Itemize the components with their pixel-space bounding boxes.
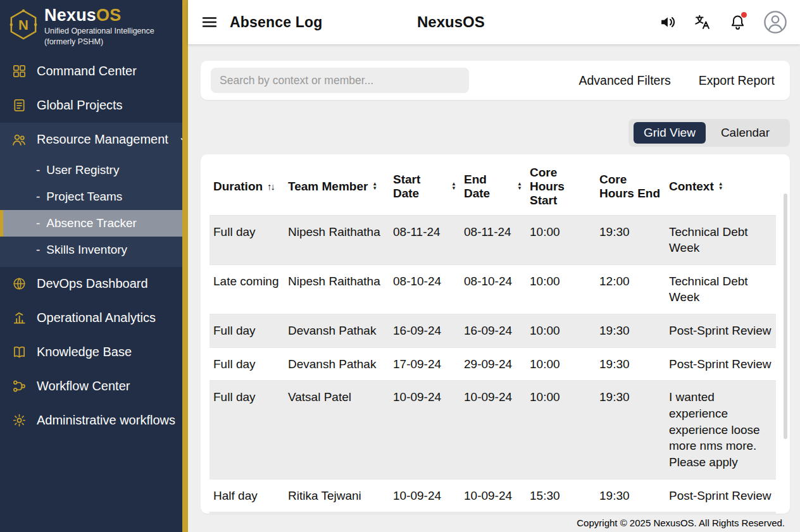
notification-bell-icon[interactable] [728,13,746,31]
volume-icon[interactable] [659,13,677,31]
cell-duration: Half day [209,512,284,514]
sidebar-accent-strip [182,0,188,532]
table-scrollbar-thumb[interactable] [784,194,787,439]
cell-core-hours-start: 15:30 [526,479,596,512]
absence-table: Duration↑↓ Team Member▲▼ Start Date▲▼ En… [209,157,776,514]
cell-end-date: 10-09-24 [460,479,526,512]
notification-dot [741,12,747,18]
cell-core-hours-start: 10:00 [526,314,596,348]
column-header-team-member[interactable]: Team Member▲▼ [284,157,389,215]
cell-context: I wanted experience experience loose mor… [665,381,776,479]
translate-icon[interactable] [694,13,711,31]
cell-end-date: 16-09-24 [460,314,526,348]
resource-management-subnav: - User Registry - Project Teams - Absenc… [0,157,182,267]
cell-end-date: 10-09-24 [460,512,526,514]
clipboard-icon [11,98,27,113]
sidebar-subitem-project-teams[interactable]: - Project Teams [0,183,182,210]
sidebar-item-global-projects[interactable]: Global Projects [0,89,182,123]
avatar[interactable] [763,10,787,34]
column-label: Core Hours Start [530,166,565,207]
view-toggle-row: Grid View Calendar [201,119,790,147]
sidebar-item-workflow-center[interactable]: Workflow Center [0,369,182,404]
column-header-start-date[interactable]: Start Date▲▼ [389,157,460,215]
app-root: N NexusOS Unified Operational Intelligen… [0,0,800,532]
search-toolbar: Advanced Filters Export Report [201,61,790,100]
copyright-footer: Copyright © 2025 NexusOS. All Rights Res… [201,517,790,528]
cell-team-member: Nipesh Raithatha [284,264,389,314]
absence-table-body: Full dayNipesh Raithatha08-11-2408-11-24… [209,215,776,514]
cell-team-member: Devansh Pathak [284,347,389,381]
page-title: Absence Log [230,14,323,31]
workflow-branch-icon [11,379,27,394]
column-header-end-date[interactable]: End Date▲▼ [460,157,526,215]
cell-context: Post-Sprint Review [665,314,776,348]
sidebar-item-administrative-workflows[interactable]: Administrative workflows [0,404,182,438]
sidebar-subitem-absence-tracker[interactable]: - Absence Tracker [0,210,182,237]
cell-core-hours-end: 19:30 [596,479,665,512]
sort-carets-icon: ▲▼ [718,182,723,190]
dash-bullet: - [36,163,40,177]
gear-icon [11,413,27,428]
cell-core-hours-end: 19:30 [596,347,665,381]
cell-duration: Full day [209,347,284,381]
sidebar: N NexusOS Unified Operational Intelligen… [0,0,182,532]
sidebar-subitem-skills-inventory[interactable]: - Skills Inventory [0,237,182,263]
sort-carets-icon: ▲▼ [372,182,377,190]
view-toggle: Grid View Calendar [628,119,790,147]
advanced-filters-button[interactable]: Advanced Filters [578,73,670,88]
cell-core-hours-start: 10:00 [526,381,596,479]
cell-team-member: Vatsal Patel [284,381,389,479]
cell-duration: Full day [209,381,284,479]
cell-end-date: 08-10-24 [460,264,526,314]
cell-core-hours-end: 12:00 [596,264,665,314]
cell-team-member: Devansh Pathak [284,314,389,348]
cell-duration: Half day [209,479,284,512]
sort-arrows-icon: ↑↓ [267,181,274,192]
sidebar-item-label: Administrative workflows [37,413,175,428]
sidebar-item-resource-management[interactable]: Resource Management [0,123,182,157]
column-header-core-hours-end[interactable]: Core Hours End [596,157,665,215]
table-row: Late comingNipesh Raithatha08-10-2408-10… [209,264,776,314]
cell-start-date: 10-09-24 [389,479,460,512]
column-header-context[interactable]: Context▲▼ [665,157,776,215]
sidebar-item-knowledge-base[interactable]: Knowledge Base [0,335,182,369]
grid-view-button[interactable]: Grid View [634,122,706,144]
sidebar-item-command-center[interactable]: Command Center [0,54,182,89]
sidebar-item-operational-analytics[interactable]: Operational Analytics [0,301,182,335]
cell-context: Post-Sprint Review [665,512,776,514]
hamburger-menu-icon[interactable] [201,13,220,32]
sidebar-item-devops-dashboard[interactable]: DevOps Dashboard [0,267,182,301]
brand-subtitle-line2: (formerly PSHM) [44,37,154,47]
toolbar-links: Advanced Filters Export Report [578,73,775,88]
cell-core-hours-start: 10:00 [526,347,596,381]
cell-core-hours-end: 19:30 [596,314,665,348]
table-row: Half dayHarsha Goplani09-09-2410-09-2410… [209,512,776,514]
sidebar-item-label: Operational Analytics [37,311,156,325]
column-header-core-hours-start[interactable]: Core Hours Start [526,157,596,215]
sidebar-subitem-user-registry[interactable]: - User Registry [0,157,182,183]
cell-core-hours-end: 19:30 [596,215,665,264]
table-row: Full dayDevansh Pathak17-09-2429-09-2410… [209,347,776,381]
calendar-view-button[interactable]: Calendar [711,122,785,144]
sidebar-item-label: Global Projects [37,98,123,113]
sidebar-subitem-label: User Registry [46,163,119,177]
export-report-button[interactable]: Export Report [699,73,775,88]
content-area: Advanced Filters Export Report Grid View… [188,44,800,532]
table-row: Half dayRitika Tejwani10-09-2410-09-2415… [209,479,776,512]
dash-bullet: - [36,216,40,230]
column-label: Team Member [288,180,368,194]
sidebar-item-label: Command Center [37,64,137,78]
cell-end-date: 10-09-24 [460,381,526,479]
column-header-duration[interactable]: Duration↑↓ [209,157,284,215]
cell-context: Post-Sprint Review [665,347,776,381]
sidebar-subitem-label: Absence Tracker [46,216,137,230]
bar-chart-icon [11,311,27,326]
brand-logo[interactable]: N NexusOS Unified Operational Intelligen… [0,0,182,54]
sidebar-nav: Command Center Global Projects [0,54,182,438]
search-input[interactable] [211,68,469,93]
column-label: Context [669,180,714,194]
sidebar-subitem-label: Project Teams [46,190,122,204]
table-row: Full dayVatsal Patel10-09-2410-09-2410:0… [209,381,776,479]
cell-start-date: 17-09-24 [389,347,460,381]
brand-subtitle-line1: Unified Operational Intelligence [44,27,154,36]
